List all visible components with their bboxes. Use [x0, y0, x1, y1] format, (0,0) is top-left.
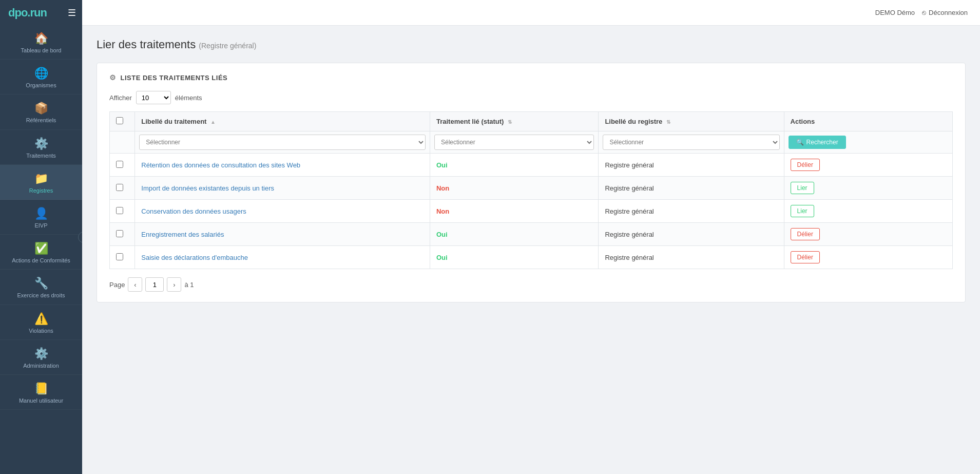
sidebar-item-actions-conformites[interactable]: ✅ Actions de Conformités — [0, 235, 82, 270]
row-registre: Registre général — [599, 177, 784, 200]
pagination-page-input[interactable] — [145, 277, 164, 292]
pagination-next-button[interactable]: › — [167, 277, 181, 292]
th-actions: Actions — [784, 112, 952, 131]
row-checkbox[interactable] — [116, 161, 123, 168]
sidebar-item-label: Administration — [23, 363, 59, 369]
row-libelle: Enregistrement des salariés — [135, 223, 430, 246]
libelle-link[interactable]: Conservation des données usagers — [141, 207, 246, 215]
registre-value: Registre général — [605, 184, 654, 192]
th-registre-label: Libellé du registre — [605, 118, 662, 125]
row-action-cell: Délier — [784, 246, 952, 269]
logo-suffix: .run — [27, 6, 47, 19]
row-statut: Oui — [430, 223, 598, 246]
filter-libelle-cell: Sélectionner — [135, 131, 430, 154]
th-libelle[interactable]: Libellé du traitement ▲ — [135, 112, 430, 131]
sidebar-item-eivp[interactable]: 👤 EIVP — [0, 200, 82, 235]
row-action-cell: Délier — [784, 223, 952, 246]
row-action-cell: Délier — [784, 154, 952, 177]
libelle-link[interactable]: Saisie des déclarations d'embauche — [141, 254, 248, 261]
row-checkbox[interactable] — [116, 184, 123, 191]
table-row: Enregistrement des salariés Oui Registre… — [110, 223, 953, 246]
th-checkbox — [110, 112, 135, 131]
sidebar-item-label: Tableau de bord — [21, 47, 62, 54]
table-row: Saisie des déclarations d'embauche Oui R… — [110, 246, 953, 269]
show-entries-select[interactable]: 5 10 25 50 100 — [136, 91, 171, 104]
row-checkbox-cell — [110, 154, 135, 177]
sidebar-item-organismes[interactable]: 🌐 Organismes — [0, 60, 82, 94]
sidebar-item-traitements[interactable]: ⚙️ Traitements — [0, 130, 82, 165]
row-checkbox-cell — [110, 223, 135, 246]
table-row: Conservation des données usagers Non Reg… — [110, 200, 953, 223]
topbar-user: DEMO Démo ⎋ Déconnexion — [875, 9, 968, 16]
logout-button[interactable]: ⎋ Déconnexion — [922, 9, 968, 16]
show-entries: Afficher 5 10 25 50 100 éléments — [109, 91, 953, 104]
lier-button[interactable]: Lier — [791, 182, 814, 194]
user-name: DEMO Démo — [875, 9, 915, 16]
pagination-prev-button[interactable]: ‹ — [128, 277, 142, 292]
row-checkbox[interactable] — [116, 230, 123, 237]
delier-button[interactable]: Délier — [791, 251, 820, 263]
main-card: ⚙ LISTE DES TRAITEMENTS LIÉS Afficher 5 … — [97, 63, 966, 302]
show-entries-after: éléments — [175, 94, 202, 102]
logout-icon: ⎋ — [922, 9, 926, 16]
row-action-cell: Lier — [784, 177, 952, 200]
page-content: Lier des traitements (Registre général) … — [82, 26, 980, 474]
libelle-link[interactable]: Enregistrement des salariés — [141, 231, 224, 238]
statut-value: Oui — [436, 254, 448, 261]
main-content: DEMO Démo ⎋ Déconnexion Lier des traitem… — [82, 0, 980, 474]
sidebar-item-registres[interactable]: 📁 Registres — [0, 165, 82, 200]
filter-registre-select[interactable]: Sélectionner — [603, 135, 779, 150]
sidebar-item-label: Actions de Conformités — [12, 257, 70, 264]
libelle-link[interactable]: Import de données existantes depuis un t… — [141, 184, 274, 192]
administration-icon: ⚙️ — [34, 347, 48, 361]
sidebar-item-tableau-de-bord[interactable]: 🏠 Tableau de bord — [0, 25, 82, 60]
hamburger-icon[interactable]: ☰ — [68, 7, 76, 18]
row-statut: Oui — [430, 154, 598, 177]
logout-label: Déconnexion — [929, 9, 968, 16]
registre-value: Registre général — [605, 161, 654, 169]
data-table: Libellé du traitement ▲ Traitement lié (… — [109, 111, 953, 269]
row-libelle: Conservation des données usagers — [135, 200, 430, 223]
th-registre[interactable]: Libellé du registre ⇅ — [599, 112, 784, 131]
sidebar-item-exercice-droits[interactable]: 🔧 Exercice des droits — [0, 270, 82, 305]
statut-value: Oui — [436, 231, 448, 238]
libelle-link[interactable]: Rétention des données de consultation de… — [141, 161, 300, 169]
pagination: Page ‹ › à 1 — [109, 277, 953, 292]
eivp-icon: 👤 — [34, 207, 48, 220]
statut-value: Oui — [436, 161, 448, 169]
traitements-icon: ⚙️ — [34, 137, 48, 150]
section-header: ⚙ LISTE DES TRAITEMENTS LIÉS — [109, 73, 953, 82]
row-checkbox-cell — [110, 177, 135, 200]
pagination-label: Page — [109, 281, 125, 289]
delier-button[interactable]: Délier — [791, 228, 820, 240]
logo-main: dpo — [8, 6, 27, 19]
row-checkbox[interactable] — [116, 253, 123, 260]
sidebar-item-manuel-utilisateur[interactable]: 📒 Manuel utilisateur — [0, 375, 82, 410]
sort-icon-registre: ⇅ — [666, 119, 670, 125]
sidebar-item-label: Organismes — [26, 82, 56, 89]
filter-statut-select[interactable]: Sélectionner — [434, 135, 594, 150]
row-registre: Registre général — [599, 200, 784, 223]
filter-libelle-select[interactable]: Sélectionner — [139, 135, 426, 150]
row-registre: Registre général — [599, 223, 784, 246]
select-all-checkbox[interactable] — [116, 117, 123, 124]
row-libelle: Saisie des déclarations d'embauche — [135, 246, 430, 269]
table-row: Rétention des données de consultation de… — [110, 154, 953, 177]
sidebar-item-label: EIVP — [34, 222, 47, 229]
lier-button[interactable]: Lier — [791, 205, 814, 217]
row-checkbox[interactable] — [116, 207, 123, 214]
rechercher-button[interactable]: 🔍 Rechercher — [789, 136, 846, 149]
row-statut: Oui — [430, 246, 598, 269]
th-statut[interactable]: Traitement lié (statut) ⇅ — [430, 112, 598, 131]
th-libelle-label: Libellé du traitement — [141, 118, 206, 125]
sidebar-item-violations[interactable]: ⚠️ Violations — [0, 305, 82, 340]
page-title: Lier des traitements (Registre général) — [97, 38, 966, 51]
sort-icon-libelle: ▲ — [210, 119, 216, 125]
statut-value: Non — [436, 184, 449, 192]
delier-button[interactable]: Délier — [791, 159, 820, 171]
sidebar-item-administration[interactable]: ⚙️ Administration — [0, 340, 82, 375]
sort-icon-statut: ⇅ — [508, 119, 512, 125]
sidebar-item-referentiels[interactable]: 📦 Référentiels — [0, 94, 82, 129]
sidebar-item-label: Manuel utilisateur — [19, 397, 63, 404]
show-entries-before: Afficher — [109, 94, 132, 102]
